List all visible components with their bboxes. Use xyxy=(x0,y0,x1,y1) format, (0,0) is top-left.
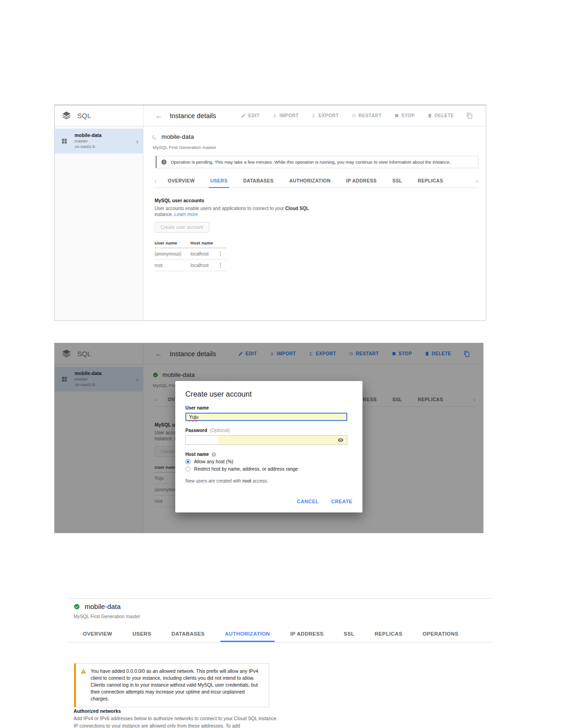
sidebar-instance-role: master xyxy=(75,138,136,144)
open-network-warning: You have added 0.0.0.0/0 as an allowed n… xyxy=(74,663,269,707)
tab-bar: OVERVIEW USERS DATABASES AUTHORIZATION I… xyxy=(68,626,491,643)
instance-heading: mobile-data xyxy=(74,603,121,610)
radio-allow-any-host-label: Allow any host (%) xyxy=(194,459,233,464)
col-user-name: User name xyxy=(155,240,190,245)
create-user-account-button[interactable]: Create user account xyxy=(155,222,209,233)
radio-restrict-host-label: Restrict host by name, address, or addre… xyxy=(194,466,298,472)
dialog-actions: CANCEL CREATE xyxy=(297,499,352,504)
export-label: EXPORT xyxy=(318,113,339,118)
stop-button[interactable]: STOP xyxy=(394,113,415,118)
row-overflow-menu-icon[interactable]: ⋮ xyxy=(216,262,225,268)
delete-button[interactable]: DELETE xyxy=(427,113,454,118)
create-button[interactable]: CREATE xyxy=(331,499,352,504)
table-header-row: User name Host name xyxy=(155,238,226,248)
sidebar-item-mobile-data[interactable]: mobile-data master us-east1-b › xyxy=(55,129,143,154)
authorized-networks-description: Add IPv4 or IPv6 addresses below to auth… xyxy=(74,715,279,728)
tab-overview[interactable]: OVERVIEW xyxy=(168,174,195,188)
create-user-account-dialog: Create user account User name Yuju Passw… xyxy=(175,381,362,512)
screenshot-create-user-dialog: SQL ← Instance details EDIT IMPORT EXPOR… xyxy=(54,343,483,533)
main-panel: mobile-data MySQL First Generation maste… xyxy=(144,126,486,320)
tab-bar: ‹ OVERVIEW USERS DATABASES AUTHORIZATION… xyxy=(155,174,478,188)
product-name: SQL xyxy=(77,112,91,119)
instance-heading: mobile-data xyxy=(153,133,194,140)
banner-text: Operation is pending. This may take a fe… xyxy=(171,159,451,165)
back-arrow-icon[interactable]: ← xyxy=(155,112,162,120)
cell-host: localhost xyxy=(190,263,216,268)
radio-restrict-host[interactable]: Restrict host by name, address, or addre… xyxy=(185,466,352,472)
page-title: Instance details xyxy=(170,112,216,119)
tab-users[interactable]: USERS xyxy=(210,174,227,188)
instance-grid-icon xyxy=(61,138,68,144)
stop-label: STOP xyxy=(402,113,415,118)
instance-subtitle: MySQL First Generation master xyxy=(74,614,140,619)
help-icon[interactable]: ? xyxy=(212,452,216,457)
password-optional-hint: (Optional) xyxy=(210,428,230,433)
row-overflow-menu-icon[interactable]: ⋮ xyxy=(216,250,225,257)
app-bar: SQL ← Instance details EDIT IMPORT EXPOR… xyxy=(55,105,486,126)
tab-overview[interactable]: OVERVIEW xyxy=(83,626,112,642)
import-label: IMPORT xyxy=(280,113,299,118)
tab-ip-address[interactable]: IP ADDRESS xyxy=(290,626,323,642)
instance-name: mobile-data xyxy=(161,133,194,140)
cell-host: localhost xyxy=(190,251,216,256)
dialog-title: Create user account xyxy=(185,390,352,398)
table-row: (anonymous) localhost ⋮ xyxy=(155,248,226,260)
username-input[interactable]: Yuju xyxy=(185,413,347,421)
restart-button[interactable]: RESTART xyxy=(351,113,382,118)
cancel-button[interactable]: CANCEL xyxy=(297,499,319,504)
radio-allow-any-host[interactable]: Allow any host (%) xyxy=(185,459,352,464)
sidebar-instance-zone: us-east1-b xyxy=(75,144,136,150)
desc-text: User accounts enable users and applicati… xyxy=(155,206,285,211)
password-input[interactable] xyxy=(185,435,347,445)
tabs-scroll-right-icon[interactable]: › xyxy=(476,174,478,188)
pencil-icon xyxy=(241,113,246,118)
tab-ip-address[interactable]: IP ADDRESS xyxy=(346,174,377,188)
sidebar-instance-name: mobile-data xyxy=(75,132,136,138)
users-section: MySQL user accounts User accounts enable… xyxy=(155,198,322,271)
learn-more-link[interactable]: Learn more xyxy=(174,212,198,217)
tab-authorization[interactable]: AUTHORIZATION xyxy=(225,626,270,642)
cell-user: (anonymous) xyxy=(155,251,190,256)
tab-ssl[interactable]: SSL xyxy=(392,174,402,188)
tab-replicas[interactable]: REPLICAS xyxy=(418,174,443,188)
pending-operation-banner: i Operation is pending. This may take a … xyxy=(155,156,478,168)
delete-label: DELETE xyxy=(435,113,454,118)
tabs-scroll-left-icon[interactable]: ‹ xyxy=(155,174,157,188)
tab-authorization[interactable]: AUTHORIZATION xyxy=(289,174,331,188)
status-running-check-icon xyxy=(74,603,80,610)
chevron-right-icon: › xyxy=(136,137,138,145)
export-button[interactable]: EXPORT xyxy=(311,113,339,118)
tab-ssl[interactable]: SSL xyxy=(344,626,354,642)
note-bold-text: root xyxy=(242,478,251,483)
user-accounts-table: User name Host name (anonymous) localhos… xyxy=(155,238,226,271)
import-button[interactable]: IMPORT xyxy=(272,113,299,118)
screenshot-authorization-tab: mobile-data MySQL First Generation maste… xyxy=(68,598,491,728)
radio-selected-icon xyxy=(185,459,190,464)
show-password-eye-icon[interactable] xyxy=(338,437,344,443)
stop-icon xyxy=(394,113,399,118)
toolbar-actions: EDIT IMPORT EXPORT RESTART STOP xyxy=(241,113,473,119)
radio-unselected-icon xyxy=(185,466,190,472)
edit-button[interactable]: EDIT xyxy=(241,113,260,118)
hostname-label: Host name xyxy=(185,452,209,457)
warning-triangle-icon xyxy=(80,668,86,674)
app-bar-main: ← Instance details EDIT IMPORT EXPORT RE xyxy=(144,105,486,126)
export-icon xyxy=(311,113,316,118)
username-label: User name xyxy=(185,405,352,410)
tab-databases[interactable]: DATABASES xyxy=(172,626,205,642)
tab-replicas[interactable]: REPLICAS xyxy=(375,626,402,642)
sidebar-instance-meta: mobile-data master us-east1-b xyxy=(75,132,136,150)
cell-user: root xyxy=(155,263,190,268)
section-heading: MySQL user accounts xyxy=(155,198,322,203)
cloud-sql-logo-icon xyxy=(62,111,71,120)
password-label-row: Password (Optional) xyxy=(185,428,352,433)
edit-label: EDIT xyxy=(248,113,260,118)
dialog-note: New users are created with root access. xyxy=(185,478,352,483)
tab-users[interactable]: USERS xyxy=(132,626,151,642)
tab-databases[interactable]: DATABASES xyxy=(243,174,274,188)
hostname-label-row: Host name ? xyxy=(185,452,352,457)
clone-instance-icon[interactable] xyxy=(466,113,473,119)
col-host-name: Host name xyxy=(190,240,216,245)
tab-operations[interactable]: OPERATIONS xyxy=(423,626,459,642)
import-icon xyxy=(272,113,277,118)
